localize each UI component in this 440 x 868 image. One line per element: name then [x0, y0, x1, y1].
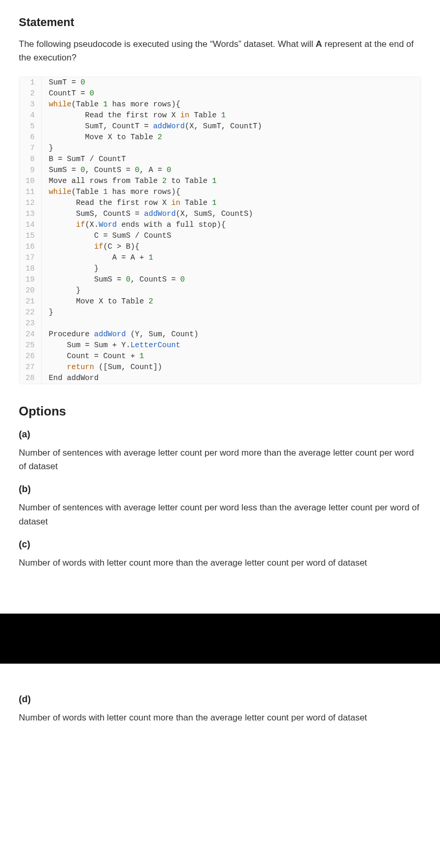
code-line: 15 C = SumS / CountS: [19, 230, 421, 241]
line-number: 3: [19, 99, 41, 110]
code-content: SumS, CountS = addWord(X, SumS, CountS): [41, 209, 421, 219]
line-number: 9: [19, 165, 41, 176]
code-content: [41, 318, 421, 329]
code-content: while(Table 1 has more rows){: [41, 99, 421, 110]
code-line: 14 if(X.Word ends with a full stop){: [19, 219, 421, 230]
line-number: 2: [19, 88, 41, 99]
line-number: 25: [19, 340, 41, 351]
line-number: 14: [19, 219, 41, 230]
statement-heading: Statement: [19, 16, 421, 29]
line-number: 28: [19, 373, 41, 384]
line-number: 17: [19, 252, 41, 263]
code-line: 2CountT = 0: [19, 88, 421, 99]
code-line: 16 if(C > B){: [19, 241, 421, 252]
code-content: }: [41, 307, 421, 318]
code-content: SumS = 0, CountS = 0, A = 0: [41, 165, 421, 176]
code-line: 11while(Table 1 has more rows){: [19, 187, 421, 198]
code-line: 10Move all rows from Table 2 to Table 1: [19, 176, 421, 187]
option-label: (c): [19, 539, 421, 550]
code-content: }: [41, 143, 421, 154]
pseudocode-block: 1SumT = 02CountT = 03while(Table 1 has m…: [19, 77, 421, 384]
code-line: 8B = SumT / CountT: [19, 154, 421, 165]
option-label: (d): [19, 694, 421, 705]
code-content: while(Table 1 has more rows){: [41, 187, 421, 198]
code-content: A = A + 1: [41, 252, 421, 263]
code-line: 26 Count = Count + 1: [19, 351, 421, 362]
code-content: Read the first row X in Table 1: [41, 110, 421, 121]
code-content: End addWord: [41, 373, 421, 384]
code-line: 20 }: [19, 285, 421, 296]
code-content: SumS = 0, CountS = 0: [41, 274, 421, 285]
code-content: SumT, CountT = addWord(X, SumT, CountT): [41, 121, 421, 132]
code-line: 27 return ([Sum, Count]): [19, 362, 421, 373]
line-number: 22: [19, 307, 41, 318]
code-line: 21 Move X to Table 2: [19, 296, 421, 307]
code-line: 28End addWord: [19, 373, 421, 384]
code-content: Count = Count + 1: [41, 351, 421, 362]
line-number: 8: [19, 154, 41, 165]
line-number: 13: [19, 209, 41, 219]
code-content: Move all rows from Table 2 to Table 1: [41, 176, 421, 187]
code-content: Procedure addWord (Y, Sum, Count): [41, 329, 421, 340]
code-line: 4 Read the first row X in Table 1: [19, 110, 421, 121]
code-line: 18 }: [19, 263, 421, 274]
line-number: 20: [19, 285, 41, 296]
code-content: if(C > B){: [41, 241, 421, 252]
line-number: 10: [19, 176, 41, 187]
code-line: 5 SumT, CountT = addWord(X, SumT, CountT…: [19, 121, 421, 132]
option-text: Number of words with letter count more t…: [19, 556, 421, 570]
code-content: Move X to Table 2: [41, 132, 421, 143]
line-number: 19: [19, 274, 41, 285]
line-number: 5: [19, 121, 41, 132]
code-content: B = SumT / CountT: [41, 154, 421, 165]
code-line: 17 A = A + 1: [19, 252, 421, 263]
trailing-space: [19, 729, 421, 868]
option-text: Number of sentences with average letter …: [19, 446, 421, 474]
code-content: }: [41, 263, 421, 274]
line-number: 1: [19, 77, 41, 88]
line-number: 24: [19, 329, 41, 340]
option-text: Number of words with letter count more t…: [19, 711, 421, 725]
line-number: 18: [19, 263, 41, 274]
code-line: 7}: [19, 143, 421, 154]
line-number: 23: [19, 318, 41, 329]
option-label: (b): [19, 484, 421, 495]
option-label: (a): [19, 429, 421, 440]
code-line: 23: [19, 318, 421, 329]
line-number: 16: [19, 241, 41, 252]
code-line: 25 Sum = Sum + Y.LetterCount: [19, 340, 421, 351]
options-list: (a)Number of sentences with average lett…: [19, 429, 421, 725]
line-number: 15: [19, 230, 41, 241]
question-page: Statement The following pseudocode is ex…: [0, 0, 440, 868]
line-number: 6: [19, 132, 41, 143]
code-content: CountT = 0: [41, 88, 421, 99]
code-line: 1SumT = 0: [19, 77, 421, 88]
line-number: 7: [19, 143, 41, 154]
line-number: 27: [19, 362, 41, 373]
option-text: Number of sentences with average letter …: [19, 501, 421, 529]
code-content: SumT = 0: [41, 77, 421, 88]
code-line: 13 SumS, CountS = addWord(X, SumS, Count…: [19, 209, 421, 219]
line-number: 26: [19, 351, 41, 362]
line-number: 4: [19, 110, 41, 121]
code-line: 22}: [19, 307, 421, 318]
code-content: Read the first row X in Table 1: [41, 198, 421, 209]
code-content: C = SumS / CountS: [41, 230, 421, 241]
code-content: if(X.Word ends with a full stop){: [41, 219, 421, 230]
question-prefix: The following pseudocode is executed usi…: [19, 39, 315, 49]
code-content: return ([Sum, Count]): [41, 362, 421, 373]
line-number: 11: [19, 187, 41, 198]
code-line: 12 Read the first row X in Table 1: [19, 198, 421, 209]
code-line: 19 SumS = 0, CountS = 0: [19, 274, 421, 285]
line-number: 12: [19, 198, 41, 209]
code-line: 24Procedure addWord (Y, Sum, Count): [19, 329, 421, 340]
question-bold: A: [315, 39, 322, 49]
line-number: 21: [19, 296, 41, 307]
code-table: 1SumT = 02CountT = 03while(Table 1 has m…: [19, 77, 421, 384]
code-content: }: [41, 285, 421, 296]
code-line: 6 Move X to Table 2: [19, 132, 421, 143]
code-line: 9SumS = 0, CountS = 0, A = 0: [19, 165, 421, 176]
code-content: Move X to Table 2: [41, 296, 421, 307]
question-text: The following pseudocode is executed usi…: [19, 38, 421, 65]
separator-bar: [0, 614, 440, 664]
